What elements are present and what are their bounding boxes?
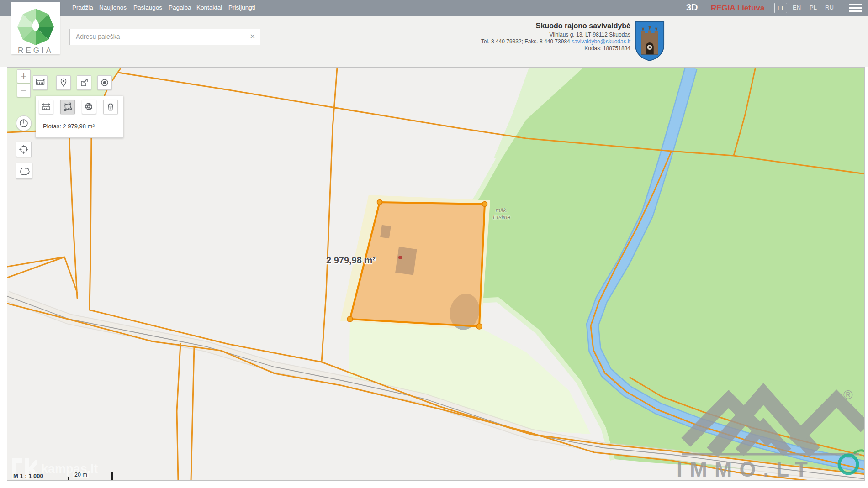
area-result-text: Plotas: 2 979,98 m² — [43, 123, 95, 130]
municipality-email-link[interactable]: savivaldybe@skuodas.lt — [572, 38, 630, 45]
distance-measure-icon — [36, 79, 45, 87]
menu-icon[interactable] — [849, 4, 862, 13]
geolocation-button[interactable] — [16, 142, 32, 157]
map-scale-text: M 1 : 1 000 — [13, 472, 43, 479]
search-placeholder: Adresų paieška — [76, 33, 120, 40]
default-view-button[interactable] — [16, 115, 32, 131]
share-button[interactable] — [77, 75, 91, 90]
crosshair-icon — [19, 145, 28, 154]
lang-pl-button[interactable]: PL — [810, 4, 817, 11]
nav-item-pagalba[interactable]: Pagalba — [169, 4, 191, 11]
municipality-address: Vilniaus g. 13, LT-98112 Skuodas — [375, 31, 630, 38]
nav-item-paslaugos[interactable]: Paslaugos — [133, 4, 162, 11]
municipality-code: Kodas: 188751834 — [375, 45, 630, 52]
address-search[interactable]: Adresų paieška ✕ — [69, 29, 260, 45]
marker-icon — [60, 78, 67, 87]
width-measure-icon — [42, 103, 51, 111]
scale-bar: 20 m — [68, 471, 113, 481]
map-canvas[interactable] — [7, 68, 865, 481]
top-navbar: Pradžia Naujienos Paslaugos Pagalba Kont… — [0, 0, 868, 16]
nav-item-kontaktai[interactable]: Kontaktai — [196, 4, 222, 11]
building-large — [395, 247, 417, 275]
measurement-panel: Plotas: 2 979,98 m² — [36, 96, 123, 138]
area-measure-icon — [63, 102, 72, 111]
area-measurement-label: 2 979,98 m² — [326, 255, 376, 266]
municipality-coat-of-arms — [634, 20, 665, 62]
nav-item-prisijungti[interactable]: Prisijungti — [228, 4, 255, 11]
regia-gem-icon — [11, 5, 60, 49]
share-icon — [80, 79, 88, 87]
municipality-phone: Tel. 8 440 79332; Faks. 8 440 73984 — [481, 38, 570, 45]
zoom-in-button[interactable]: + — [17, 69, 31, 83]
regia-logo-label: REGIA — [11, 46, 60, 55]
select-point-button[interactable] — [97, 75, 112, 90]
map-viewport[interactable]: 2 979,98 m² mšk.Erslinė IMMO.LT ® kampas… — [7, 67, 865, 481]
municipality-info: Skuodo rajono savivaldybė Vilniaus g. 13… — [375, 22, 630, 52]
view-3d-button[interactable]: 3D — [686, 2, 698, 13]
measure-area-button[interactable] — [60, 100, 75, 114]
regia-lietuva-link[interactable]: REGIA Lietuva — [711, 4, 764, 13]
select-on-map-button[interactable] — [82, 100, 96, 114]
clear-measurement-button[interactable] — [103, 100, 118, 114]
measure-distance-button[interactable] — [33, 75, 48, 90]
nav-item-pradzia[interactable]: Pradžia — [72, 4, 93, 11]
forest-name-label: mšk.Erslinė — [488, 207, 515, 221]
measure-point — [398, 256, 402, 259]
lang-en-button[interactable]: EN — [793, 4, 801, 11]
zoom-out-button[interactable]: − — [17, 84, 31, 97]
lithuania-extent-button[interactable] — [16, 163, 32, 179]
lang-lt-button[interactable]: LT — [774, 3, 787, 13]
municipality-name: Skuodo rajono savivaldybė — [375, 22, 630, 30]
clear-search-icon[interactable]: ✕ — [249, 32, 255, 41]
globe-select-icon — [85, 102, 94, 111]
lithuania-outline-icon — [19, 166, 30, 176]
target-icon — [101, 79, 109, 87]
page: Pradžia Naujienos Paslaugos Pagalba Kont… — [0, 0, 868, 488]
measure-width-button[interactable] — [39, 100, 53, 114]
building-small — [380, 225, 391, 239]
clock-icon — [19, 119, 28, 128]
scale-bar-label: 20 m — [73, 472, 89, 478]
add-marker-button[interactable] — [56, 75, 71, 90]
lang-ru-button[interactable]: RU — [825, 4, 834, 11]
immo-watermark-text: IMMO.LT — [677, 457, 815, 481]
delete-icon — [107, 103, 114, 111]
regia-logo[interactable]: REGIA — [11, 2, 60, 54]
registered-mark: ® — [843, 388, 853, 402]
nav-item-naujienos[interactable]: Naujienos — [99, 4, 127, 11]
